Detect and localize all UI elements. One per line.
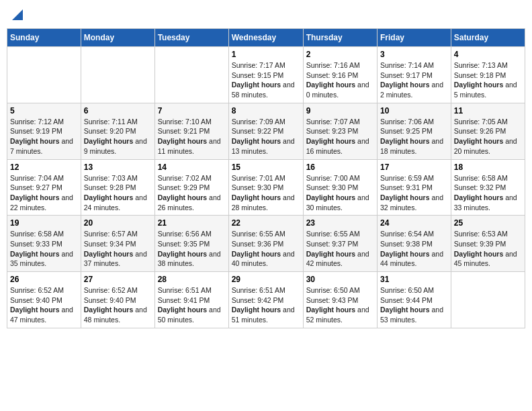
calendar-cell: 26Sunrise: 6:52 AMSunset: 9:40 PMDayligh… xyxy=(7,272,81,328)
day-number: 3 xyxy=(380,50,448,59)
calendar-cell xyxy=(7,47,81,103)
day-info-text: Daylight hours and 9 minutes. xyxy=(84,136,152,156)
calendar-cell: 20Sunrise: 6:57 AMSunset: 9:34 PMDayligh… xyxy=(81,216,154,272)
day-info-text: Sunrise: 6:59 AM xyxy=(380,173,448,183)
day-info-text: Daylight hours and 7 minutes. xyxy=(10,136,78,156)
day-info-text: Daylight hours and 37 minutes. xyxy=(84,249,152,269)
day-info-text: Daylight hours and 40 minutes. xyxy=(232,249,300,269)
calendar-cell: 31Sunrise: 6:50 AMSunset: 9:44 PMDayligh… xyxy=(378,272,451,328)
calendar-cell: 21Sunrise: 6:56 AMSunset: 9:35 PMDayligh… xyxy=(154,216,228,272)
day-number: 11 xyxy=(454,106,522,116)
day-number: 30 xyxy=(306,275,374,284)
day-info-text: Sunrise: 6:51 AM xyxy=(232,285,300,295)
day-info-text: Sunset: 9:38 PM xyxy=(380,239,448,249)
day-info-text: Sunset: 9:28 PM xyxy=(84,183,152,193)
day-number: 26 xyxy=(10,275,78,284)
day-info-text: Sunset: 9:30 PM xyxy=(232,183,300,193)
day-info-text: Daylight hours and 33 minutes. xyxy=(454,193,522,212)
day-number: 1 xyxy=(232,50,300,59)
calendar-table: SundayMondayTuesdayWednesdayThursdayFrid… xyxy=(7,28,525,328)
day-info-text: Sunset: 9:30 PM xyxy=(306,183,374,193)
day-info-text: Sunrise: 7:03 AM xyxy=(84,173,152,183)
day-number: 24 xyxy=(380,218,448,228)
day-info-text: Sunset: 9:39 PM xyxy=(454,239,522,249)
week-row-3: 12Sunrise: 7:04 AMSunset: 9:27 PMDayligh… xyxy=(7,159,525,216)
calendar-cell: 25Sunrise: 6:53 AMSunset: 9:39 PMDayligh… xyxy=(451,216,525,272)
day-info-text: Daylight hours and 58 minutes. xyxy=(232,80,300,99)
day-info-text: Sunrise: 7:11 AM xyxy=(84,117,152,127)
day-info-text: Sunrise: 7:04 AM xyxy=(10,173,78,183)
day-number: 22 xyxy=(232,218,300,228)
day-info-text: Sunrise: 7:07 AM xyxy=(306,117,374,127)
logo xyxy=(11,9,23,20)
calendar-cell: 5Sunrise: 7:12 AMSunset: 9:19 PMDaylight… xyxy=(7,103,81,159)
day-info-text: Daylight hours and 20 minutes. xyxy=(454,136,522,156)
weekday-header-wednesday: Wednesday xyxy=(228,29,303,47)
day-info-text: Sunrise: 6:55 AM xyxy=(306,229,374,239)
weekday-header-tuesday: Tuesday xyxy=(154,29,228,47)
calendar-cell: 30Sunrise: 6:50 AMSunset: 9:43 PMDayligh… xyxy=(303,272,377,328)
day-info-text: Sunrise: 7:00 AM xyxy=(306,173,374,183)
day-info-text: Daylight hours and 38 minutes. xyxy=(158,249,226,269)
day-info-text: Sunset: 9:21 PM xyxy=(158,126,226,136)
day-number: 21 xyxy=(158,218,226,228)
calendar-cell: 16Sunrise: 7:00 AMSunset: 9:30 PMDayligh… xyxy=(303,159,377,216)
weekday-header-row: SundayMondayTuesdayWednesdayThursdayFrid… xyxy=(7,29,525,47)
day-info-text: Daylight hours and 2 minutes. xyxy=(380,80,448,99)
day-number: 7 xyxy=(158,106,226,116)
calendar-cell: 29Sunrise: 6:51 AMSunset: 9:42 PMDayligh… xyxy=(228,272,303,328)
calendar-cell: 12Sunrise: 7:04 AMSunset: 9:27 PMDayligh… xyxy=(7,159,81,216)
day-info-text: Sunrise: 7:12 AM xyxy=(10,117,78,127)
day-info-text: Daylight hours and 28 minutes. xyxy=(232,193,300,212)
day-info-text: Sunset: 9:19 PM xyxy=(10,126,78,136)
day-number: 16 xyxy=(306,163,374,172)
calendar-cell xyxy=(81,47,154,103)
day-info-text: Sunset: 9:15 PM xyxy=(232,71,300,81)
day-info-text: Daylight hours and 30 minutes. xyxy=(306,193,374,212)
weekday-header-monday: Monday xyxy=(81,29,154,47)
day-number: 13 xyxy=(84,163,152,172)
day-info-text: Sunset: 9:40 PM xyxy=(84,295,152,306)
day-info-text: Sunrise: 7:01 AM xyxy=(232,173,300,183)
calendar-cell xyxy=(451,272,525,328)
day-info-text: Sunset: 9:34 PM xyxy=(84,239,152,249)
day-info-text: Sunrise: 7:09 AM xyxy=(232,117,300,127)
day-info-text: Daylight hours and 44 minutes. xyxy=(380,249,448,269)
day-number: 17 xyxy=(380,163,448,172)
day-info-text: Sunrise: 7:16 AM xyxy=(306,60,374,71)
day-info-text: Daylight hours and 50 minutes. xyxy=(158,305,226,324)
day-info-text: Sunset: 9:40 PM xyxy=(10,295,78,306)
day-number: 19 xyxy=(10,218,78,228)
day-info-text: Sunrise: 7:17 AM xyxy=(232,60,300,71)
calendar-cell: 11Sunrise: 7:05 AMSunset: 9:26 PMDayligh… xyxy=(451,103,525,159)
week-row-5: 26Sunrise: 6:52 AMSunset: 9:40 PMDayligh… xyxy=(7,272,525,328)
day-info-text: Sunset: 9:20 PM xyxy=(84,126,152,136)
day-number: 8 xyxy=(232,106,300,116)
day-info-text: Sunrise: 6:50 AM xyxy=(306,285,374,295)
day-info-text: Sunset: 9:36 PM xyxy=(232,239,300,249)
day-info-text: Sunrise: 7:05 AM xyxy=(454,117,522,127)
day-info-text: Sunrise: 6:52 AM xyxy=(10,285,78,295)
day-info-text: Sunrise: 6:55 AM xyxy=(232,229,300,239)
day-info-text: Daylight hours and 35 minutes. xyxy=(10,249,78,269)
day-info-text: Sunrise: 6:58 AM xyxy=(10,229,78,239)
day-info-text: Sunset: 9:23 PM xyxy=(306,126,374,136)
day-number: 31 xyxy=(380,275,448,284)
calendar-cell: 10Sunrise: 7:06 AMSunset: 9:25 PMDayligh… xyxy=(378,103,451,159)
day-info-text: Sunset: 9:43 PM xyxy=(306,295,374,306)
day-number: 10 xyxy=(380,106,448,116)
day-number: 5 xyxy=(10,106,78,116)
calendar-cell: 3Sunrise: 7:14 AMSunset: 9:17 PMDaylight… xyxy=(378,47,451,103)
day-info-text: Daylight hours and 48 minutes. xyxy=(84,305,152,324)
calendar-cell: 13Sunrise: 7:03 AMSunset: 9:28 PMDayligh… xyxy=(81,159,154,216)
day-info-text: Sunset: 9:26 PM xyxy=(454,126,522,136)
day-number: 20 xyxy=(84,218,152,228)
calendar-cell: 2Sunrise: 7:16 AMSunset: 9:16 PMDaylight… xyxy=(303,47,377,103)
day-info-text: Daylight hours and 24 minutes. xyxy=(84,193,152,212)
day-info-text: Sunset: 9:31 PM xyxy=(380,183,448,193)
day-info-text: Sunset: 9:18 PM xyxy=(454,71,522,81)
calendar-cell: 17Sunrise: 6:59 AMSunset: 9:31 PMDayligh… xyxy=(378,159,451,216)
day-info-text: Daylight hours and 51 minutes. xyxy=(232,305,300,324)
calendar-cell: 18Sunrise: 6:58 AMSunset: 9:32 PMDayligh… xyxy=(451,159,525,216)
day-number: 6 xyxy=(84,106,152,116)
